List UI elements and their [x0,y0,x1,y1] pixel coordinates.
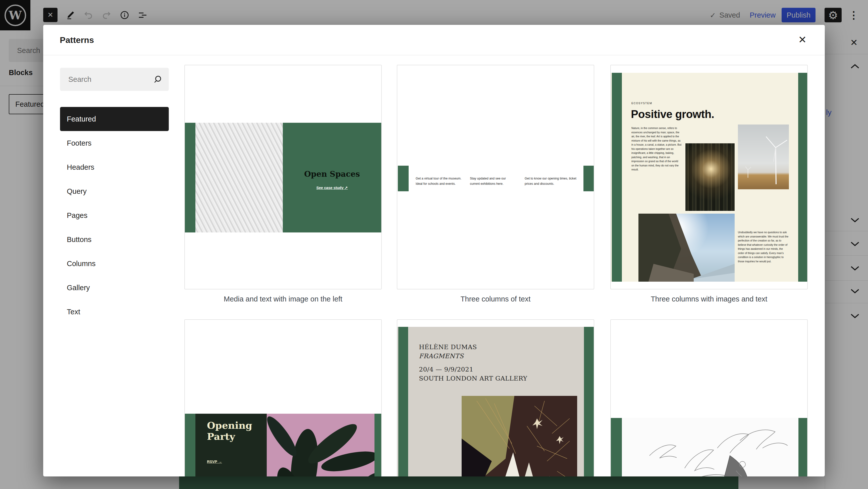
green-strip [612,73,622,282]
category-item-query[interactable]: Query [60,179,169,203]
green-strip [798,73,807,282]
preview-paragraph: Undoubtedly we have no questions to ask … [738,230,789,263]
pattern-caption: Media and text with image on the left [184,295,382,303]
pattern-card-art-gallery[interactable]: HÉLÈNE DUMAS FRAGMENTS 20/4 — 9/9/2021 S… [397,319,594,477]
category-item-columns[interactable]: Columns [60,252,169,275]
preview-subheading: FRAGMENTS [419,353,464,360]
preview-heading: Open Spaces [283,169,381,178]
category-item-buttons[interactable]: Buttons [60,227,169,252]
pattern-category-list: Featured Footers Headers Query Pages But… [60,107,169,324]
pattern-card-media-text[interactable]: Open Spaces See case study ↗ [184,65,382,289]
dark-text-panel: Opening Party RSVP → [195,414,267,477]
green-strip [584,327,594,477]
green-strip [398,166,409,191]
preview-column-text: Get to know our opening times, ticket pr… [525,176,580,187]
wavy-texture-image [195,123,283,232]
green-strip [583,166,594,191]
preview-heading: HÉLÈNE DUMAS [419,344,477,351]
preview-heading: Party [207,431,235,442]
category-item-pages[interactable]: Pages [60,203,169,227]
preview-column-text: Stay updated and see our current exhibit… [470,176,516,187]
pattern-card-three-columns-text[interactable]: Get a virtual tour of the museum. Ideal … [397,65,594,289]
preview-dates: 20/4 — 9/9/2021 [419,366,473,373]
green-strip [398,327,408,477]
preview-column-text: Get a virtual tour of the museum. Ideal … [416,176,464,187]
pattern-caption: Three columns with images and text [610,295,808,303]
pattern-preview-band: Opening Party RSVP → [185,414,381,477]
plant-photo [267,414,374,477]
preview-link: See case study ↗ [283,186,381,190]
pattern-card-three-columns-images[interactable]: ECOSYSTEM Positive growth. Nature, in th… [610,65,808,289]
category-item-featured[interactable]: Featured [60,107,169,131]
pattern-card-sketch[interactable] [610,319,808,477]
pattern-preview-area: HÉLÈNE DUMAS FRAGMENTS 20/4 — 9/9/2021 S… [397,327,594,477]
modal-title: Patterns [60,25,94,55]
green-strip [799,418,807,477]
search-icon [153,74,163,84]
category-item-gallery[interactable]: Gallery [60,275,169,300]
preview-venue: SOUTH LONDON ART GALLERY [419,375,527,382]
preview-kicker: ECOSYSTEM [631,102,652,105]
preview-link: RSVP → [207,459,222,464]
pattern-preview-band [611,418,807,477]
category-item-headers[interactable]: Headers [60,155,169,179]
preview-paragraph: Nature, in the common sense, refers to e… [631,126,682,172]
pattern-preview-band: Open Spaces See case study ↗ [185,123,381,232]
patterns-modal: Patterns ✕ Featured Footers Headers Quer… [43,25,825,477]
modal-header: Patterns ✕ [43,25,825,55]
sketch-image [622,418,799,477]
pattern-card-opening-party[interactable]: Opening Party RSVP → [184,319,382,477]
coast-photo [639,214,735,282]
close-modal-button[interactable]: ✕ [798,34,807,45]
patterns-sidebar: Featured Footers Headers Query Pages But… [60,68,169,324]
category-item-text[interactable]: Text [60,300,169,324]
forest-photo [685,143,735,211]
screen: W ✕ [0,0,868,489]
abstract-artwork-image [462,396,577,477]
pattern-caption: Three columns of text [397,295,594,303]
windmill-photo [738,125,789,189]
pattern-preview-area: ECOSYSTEM Positive growth. Nature, in th… [611,73,807,282]
category-item-footers[interactable]: Footers [60,131,169,155]
preview-heading: Opening [207,420,252,431]
preview-heading: Positive growth. [631,108,714,121]
green-strip [612,418,622,477]
